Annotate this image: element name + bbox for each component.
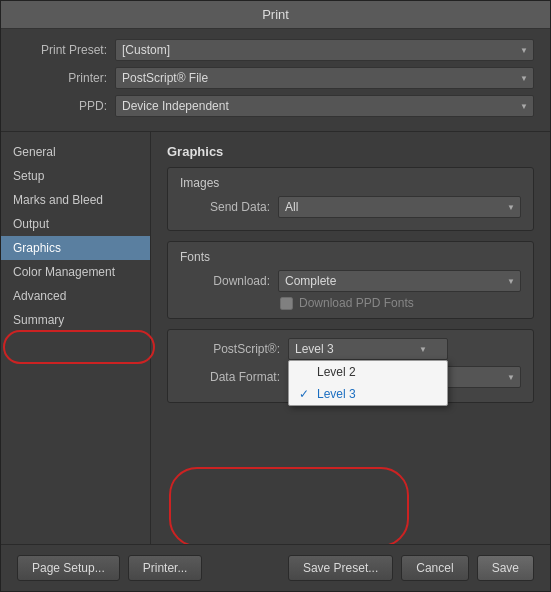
save-button[interactable]: Save [477,555,534,581]
printer-select[interactable]: PostScript® File [115,67,534,89]
send-data-row: Send Data: All [180,196,521,218]
sidebar-item-output[interactable]: Output [1,212,150,236]
send-data-label: Send Data: [180,200,270,214]
printer-row: Printer: PostScript® File [17,67,534,89]
ppd-fonts-label: Download PPD Fonts [299,296,414,310]
ps-dropdown-trigger[interactable]: Level 3 [288,338,448,360]
ppd-fonts-checkbox[interactable] [280,297,293,310]
ps-value: Level 3 [295,342,334,356]
printer-select-wrapper[interactable]: PostScript® File [115,67,534,89]
sidebar-item-marks-bleed[interactable]: Marks and Bleed [1,188,150,212]
send-data-select[interactable]: All [278,196,521,218]
ps-label: PostScript®: [180,342,280,356]
page-setup-button[interactable]: Page Setup... [17,555,120,581]
images-section: Images Send Data: All [167,167,534,231]
images-title: Images [180,176,521,190]
ppd-row: PPD: Device Independent [17,95,534,117]
preset-select[interactable]: [Custom] [115,39,534,61]
sidebar-item-graphics[interactable]: Graphics [1,236,150,260]
data-format-label: Data Format: [180,370,280,384]
graphics-section-title: Graphics [167,144,534,159]
title-bar: Print [1,1,550,29]
download-row: Download: Complete [180,270,521,292]
download-select-wrapper[interactable]: Complete [278,270,521,292]
sidebar-item-setup[interactable]: Setup [1,164,150,188]
ps-level2-option[interactable]: Level 2 [289,361,447,383]
cancel-button[interactable]: Cancel [401,555,468,581]
sidebar: General Setup Marks and Bleed Output Gra… [1,132,151,544]
ppd-label: PPD: [17,99,107,113]
fonts-title: Fonts [180,250,521,264]
ps-row: PostScript®: Level 3 Level 2 [180,338,521,360]
content-area: Graphics Images Send Data: All Fonts D [151,132,550,544]
print-dialog: Print Print Preset: [Custom] Printer: Po… [0,0,551,592]
sidebar-item-general[interactable]: General [1,140,150,164]
save-preset-button[interactable]: Save Preset... [288,555,393,581]
download-label: Download: [180,274,270,288]
footer: Page Setup... Printer... Save Preset... … [1,544,550,591]
preset-select-wrapper[interactable]: [Custom] [115,39,534,61]
preset-label: Print Preset: [17,43,107,57]
ppd-fonts-row: Download PPD Fonts [180,296,521,310]
preset-row: Print Preset: [Custom] [17,39,534,61]
ppd-select[interactable]: Device Independent [115,95,534,117]
printer-label: Printer: [17,71,107,85]
top-section: Print Preset: [Custom] Printer: PostScri… [1,29,550,132]
ps-level3-option[interactable]: ✓ Level 3 [289,383,447,405]
download-select[interactable]: Complete [278,270,521,292]
footer-left: Page Setup... Printer... [17,555,202,581]
sidebar-item-color-management[interactable]: Color Management [1,260,150,284]
send-data-select-wrapper[interactable]: All [278,196,521,218]
ps-dropdown-menu: Level 2 ✓ Level 3 [288,360,448,406]
fonts-section: Fonts Download: Complete Download PPD Fo… [167,241,534,319]
sidebar-item-advanced[interactable]: Advanced [1,284,150,308]
ps-dropdown-container[interactable]: Level 3 Level 2 ✓ Level 3 [288,338,448,360]
footer-right: Save Preset... Cancel Save [288,555,534,581]
main-content: General Setup Marks and Bleed Output Gra… [1,132,550,544]
dialog-title: Print [262,7,289,22]
sidebar-item-summary[interactable]: Summary [1,308,150,332]
postscript-section: PostScript®: Level 3 Level 2 [167,329,534,403]
ppd-select-wrapper[interactable]: Device Independent [115,95,534,117]
printer-button[interactable]: Printer... [128,555,203,581]
